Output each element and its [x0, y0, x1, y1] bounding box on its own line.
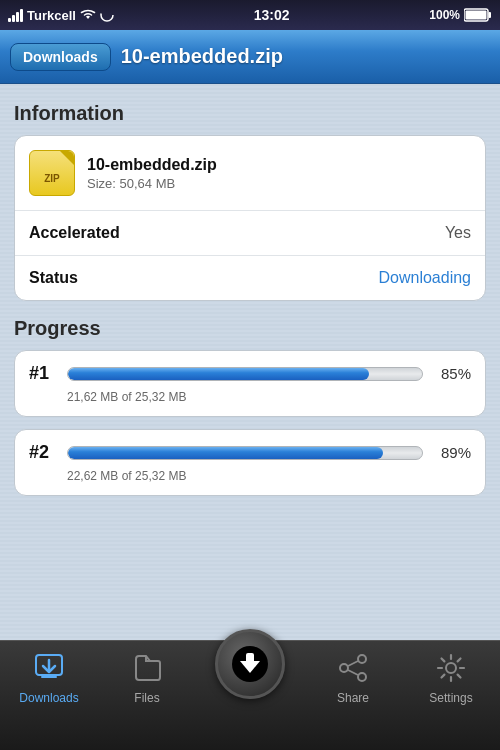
svg-rect-2 [489, 12, 492, 18]
svg-point-15 [446, 663, 456, 673]
battery-icon [464, 8, 492, 22]
back-button[interactable]: Downloads [10, 43, 111, 71]
tab-center[interactable] [205, 649, 295, 699]
carrier-label: Turkcell [27, 8, 76, 23]
downloads-icon-wrap [27, 649, 71, 687]
progress-card-1: #1 85% 21,62 MB of 25,32 MB [14, 350, 486, 417]
svg-point-10 [358, 655, 366, 663]
svg-point-0 [101, 9, 113, 21]
svg-point-12 [358, 673, 366, 681]
tab-downloads[interactable]: Downloads [9, 649, 89, 705]
status-left: Turkcell [8, 8, 114, 23]
tab-share[interactable]: Share [313, 649, 393, 705]
nav-bar: Downloads 10-embedded.zip [0, 30, 500, 84]
progress-number-1: #1 [29, 363, 57, 384]
progress-sub-1: 21,62 MB of 25,32 MB [67, 390, 471, 404]
status-row: Status Downloading [15, 256, 485, 300]
accelerated-value: Yes [445, 224, 471, 242]
status-value: Downloading [378, 269, 471, 287]
tab-files-label: Files [134, 691, 159, 705]
center-download-button[interactable] [215, 629, 285, 699]
tab-bar: Downloads Files [0, 640, 500, 750]
information-card: ZIP 10-embedded.zip Size: 50,64 MB Accel… [14, 135, 486, 301]
progress-sub-2: 22,62 MB of 25,32 MB [67, 469, 471, 483]
svg-line-13 [348, 661, 358, 666]
file-name: 10-embedded.zip [87, 156, 471, 174]
files-icon-wrap [125, 649, 169, 687]
signal-bars [8, 9, 23, 22]
tab-share-label: Share [337, 691, 369, 705]
svg-line-14 [348, 670, 358, 675]
center-download-icon [231, 645, 269, 683]
activity-icon [100, 8, 114, 22]
settings-tab-icon [436, 653, 466, 683]
file-info-row: ZIP 10-embedded.zip Size: 50,64 MB [15, 136, 485, 211]
progress-bar-fill-1 [68, 368, 369, 380]
share-icon-wrap [331, 649, 375, 687]
status-bar: Turkcell 13:02 100% [0, 0, 500, 30]
status-right: 100% [429, 8, 492, 22]
wifi-icon [80, 9, 96, 21]
progress-item-1: #1 85% [29, 363, 471, 384]
progress-number-2: #2 [29, 442, 57, 463]
progress-percent-2: 89% [433, 444, 471, 461]
svg-point-11 [340, 664, 348, 672]
tab-files[interactable]: Files [107, 649, 187, 705]
nav-title: 10-embedded.zip [121, 45, 283, 68]
downloads-tab-icon [32, 653, 66, 683]
progress-bar-fill-2 [68, 447, 383, 459]
accelerated-row: Accelerated Yes [15, 211, 485, 256]
status-label: Status [29, 269, 78, 287]
battery-label: 100% [429, 8, 460, 22]
svg-rect-9 [246, 653, 254, 665]
information-heading: Information [14, 102, 486, 125]
progress-percent-1: 85% [433, 365, 471, 382]
progress-section: Progress #1 85% 21,62 MB of 25,32 MB #2 … [14, 317, 486, 496]
file-details: 10-embedded.zip Size: 50,64 MB [87, 156, 471, 191]
accelerated-label: Accelerated [29, 224, 120, 242]
files-tab-icon [132, 653, 162, 683]
tab-settings[interactable]: Settings [411, 649, 491, 705]
progress-items-container: #1 85% 21,62 MB of 25,32 MB #2 89% 22,62… [14, 350, 486, 496]
main-content: Information ZIP 10-embedded.zip Size: 50… [0, 84, 500, 640]
status-time: 13:02 [254, 7, 290, 23]
share-tab-icon [338, 653, 368, 683]
progress-heading: Progress [14, 317, 486, 340]
settings-icon-wrap [429, 649, 473, 687]
file-size: Size: 50,64 MB [87, 176, 471, 191]
zip-file-icon: ZIP [29, 150, 75, 196]
tab-downloads-label: Downloads [19, 691, 78, 705]
progress-card-2: #2 89% 22,62 MB of 25,32 MB [14, 429, 486, 496]
progress-bar-container-1 [67, 367, 423, 381]
tab-settings-label: Settings [429, 691, 472, 705]
svg-rect-3 [466, 11, 487, 20]
progress-bar-container-2 [67, 446, 423, 460]
progress-item-2: #2 89% [29, 442, 471, 463]
